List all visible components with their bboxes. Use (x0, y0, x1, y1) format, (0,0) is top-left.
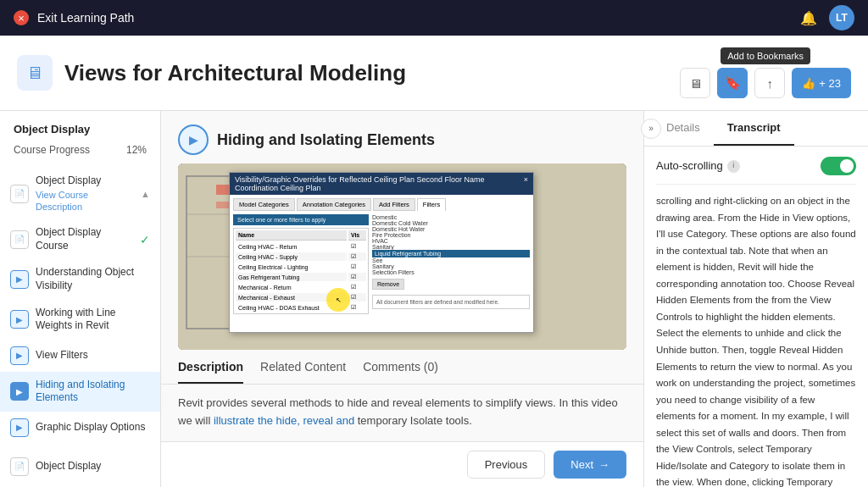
right-panel-header: » Details Transcript (644, 111, 868, 147)
sidebar-item-label-5: View Filters (36, 349, 150, 362)
auto-scroll-label: Auto-scrolling i (656, 157, 740, 175)
remove-button[interactable]: Remove (372, 279, 404, 290)
dialog-tabs: Model Categories Annotation Categories A… (233, 198, 530, 211)
sidebar-item-text: Object Display View Course Description (36, 174, 137, 213)
tab-details[interactable]: Details (653, 111, 714, 146)
doc-icon-3: 📄 (10, 457, 29, 476)
visibility-dialog: Visibility/Graphic Overrides for Reflect… (229, 172, 534, 333)
content-area: ▶ Hiding and Isolating Elements (161, 111, 643, 487)
doc-icon-2: 📄 (10, 230, 29, 249)
tab-description[interactable]: Description (178, 360, 243, 384)
sidebar-item-graphic-display[interactable]: ▶ Graphic Display Options (0, 412, 160, 444)
monitor-button[interactable]: 🖥 (680, 68, 710, 98)
sidebar-item-label-6: Hiding and Isolating Elements (36, 379, 150, 405)
chevron-up-icon: ▲ (141, 189, 150, 199)
plus-count: + 23 (819, 77, 841, 90)
dialog-note: All document filters are defined and mod… (372, 295, 530, 309)
page-title: Views for Architectural Modeling (64, 60, 406, 86)
sidebar-item-view-filters[interactable]: ▶ View Filters (0, 340, 160, 372)
tab-comments[interactable]: Comments (0) (363, 360, 438, 384)
auto-scroll-row: Auto-scrolling i (656, 157, 856, 185)
sidebar-item-label: Object Display (36, 174, 137, 188)
sidebar-item-label-4: Working with Line Weights in Revit (36, 307, 150, 333)
play-icon-1: ▶ (10, 270, 29, 289)
top-nav-title: Exit Learning Path (37, 11, 134, 25)
description-area: Revit provides several methods to hide a… (161, 385, 643, 441)
main-layout: Object Display Course Progress 12% 📄 Obj… (0, 111, 868, 487)
next-button[interactable]: Next → (554, 451, 626, 479)
play-icon-4: ▶ (10, 382, 29, 401)
video-play-button[interactable]: ▶ (178, 125, 209, 155)
sidebar-item-object-display-course[interactable]: 📄 Object Display Course ✓ (0, 219, 160, 259)
sidebar-item-object-display[interactable]: 📄 Object Display (0, 451, 160, 483)
filter-instruction: Select one or more filters to apply (233, 214, 369, 225)
play-icon-3: ▶ (10, 346, 29, 365)
header-actions: Add to Bookmarks 🖥 🔖 ↑ 👍 + 23 (680, 47, 851, 98)
views-icon: 🖥 (26, 64, 43, 83)
course-progress-label: Course Progress (14, 144, 90, 156)
right-panel-body: Auto-scrolling i scrolling and right-cli… (644, 147, 868, 487)
sidebar-item-course-summary[interactable]: 📄 Object Display Course Summary (0, 483, 160, 487)
top-navigation: Exit Learning Path 🔔 LT (0, 0, 868, 36)
table-row: Ceiling Electrical - Lighting☑ (236, 263, 366, 271)
cad-drawing-background: Visibility/Graphic Overrides for Reflect… (178, 163, 626, 350)
sidebar-item-object-display-header[interactable]: 📄 Object Display View Course Description… (0, 168, 160, 219)
panel-toggle-button[interactable]: » (641, 119, 661, 139)
video-section: ▶ Hiding and Isolating Elements (161, 111, 643, 350)
play-icon-2: ▶ (10, 310, 29, 329)
table-row: Ceiling HVAC - Return☑ (236, 242, 366, 251)
auto-scroll-toggle[interactable] (821, 157, 856, 175)
bookmark-button[interactable]: 🔖 (717, 68, 748, 98)
tab-related-content[interactable]: Related Content (260, 360, 346, 384)
dialog-title-bar: Visibility/Graphic Overrides for Reflect… (230, 173, 533, 195)
sidebar-item-label-3: Understanding Object Visibility (36, 266, 150, 292)
sidebar-item-hiding-isolating[interactable]: ▶ Hiding and Isolating Elements (0, 372, 160, 412)
sidebar-item-understanding-visibility[interactable]: ▶ Understanding Object Visibility (0, 259, 160, 299)
content-tabs: Description Related Content Comments (0) (161, 350, 643, 385)
annotation-categories-tab[interactable]: Annotation Categories (297, 198, 371, 211)
video-title: Hiding and Isolating Elements (217, 131, 435, 149)
cursor-indicator: ↖ (326, 288, 350, 312)
checkmark-icon: ✓ (140, 233, 150, 246)
tab-transcript[interactable]: Transcript (714, 111, 794, 146)
sidebar: Object Display Course Progress 12% 📄 Obj… (0, 111, 161, 487)
course-progress-percent: 12% (126, 144, 147, 156)
filters-tab[interactable]: Filters (417, 198, 446, 211)
plus-icon: 👍 (802, 77, 815, 90)
sidebar-item-label-7: Graphic Display Options (36, 421, 150, 434)
sidebar-item-sublabel: View Course Description (36, 189, 137, 213)
sidebar-item-line-weights[interactable]: ▶ Working with Line Weights in Revit (0, 300, 160, 340)
model-categories-tab[interactable]: Model Categories (233, 198, 295, 211)
highlight-text: illustrate the hide, reveal and (214, 414, 354, 427)
next-arrow-icon: → (598, 458, 609, 471)
sidebar-item-label-2: Object Display Course (36, 226, 136, 252)
close-button[interactable] (14, 10, 29, 25)
video-title-row: ▶ Hiding and Isolating Elements (178, 125, 626, 155)
transcript-paragraph-1: scrolling and right-clicking on an objec… (656, 193, 856, 487)
table-row: Mechanical - Return☑ (236, 283, 366, 291)
table-header-vis: Vis (348, 230, 366, 241)
bookmark-tooltip: Add to Bookmarks (721, 47, 810, 64)
auto-scroll-text: Auto-scrolling (656, 157, 723, 175)
toggle-knob (840, 159, 854, 173)
sidebar-item-label-8: Object Display (36, 460, 150, 473)
dialog-title: Visibility/Graphic Overrides for Reflect… (235, 175, 524, 192)
info-icon: i (727, 160, 740, 173)
notification-bell-icon[interactable]: 🔔 (800, 10, 817, 26)
cursor-icon: ↖ (336, 296, 342, 304)
dialog-content: Model Categories Annotation Categories A… (230, 195, 533, 333)
header-icon: 🖥 (17, 55, 53, 91)
add-filters-tab[interactable]: Add Filters (373, 198, 415, 211)
video-frame[interactable]: Visibility/Graphic Overrides for Reflect… (178, 163, 626, 350)
right-panel-label: Domestic Domestic Cold Water Domestic Ho… (372, 214, 530, 275)
dialog-inner: Select one or more filters to apply Name… (233, 214, 530, 333)
dialog-left-panel: Select one or more filters to apply Name… (233, 214, 369, 333)
share-button[interactable]: ↑ (754, 68, 785, 98)
previous-button[interactable]: Previous (467, 451, 546, 479)
dialog-right-panel: Domestic Domestic Cold Water Domestic Ho… (372, 214, 530, 333)
description-text: Revit provides several methods to hide a… (178, 395, 626, 430)
course-progress-row: Course Progress 12% (0, 141, 160, 159)
dialog-action-buttons: Remove (372, 279, 530, 290)
user-avatar[interactable]: LT (829, 5, 854, 30)
plus-button[interactable]: 👍 + 23 (792, 68, 851, 98)
